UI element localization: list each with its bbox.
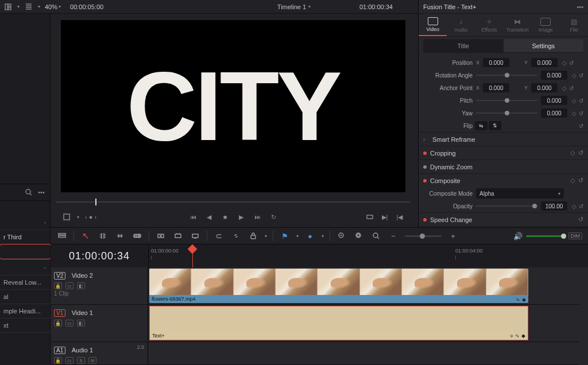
loop-button[interactable]: ↻ (269, 212, 278, 222)
crop-icon[interactable] (62, 212, 71, 222)
chevron-down-icon[interactable]: ▾ (296, 234, 299, 239)
flip-h-button[interactable]: ⇋ (475, 121, 488, 130)
disable-track-icon[interactable]: ◧ (77, 320, 85, 327)
section-speed-change[interactable]: Speed Change↺ (419, 212, 588, 226)
zoom-selection-icon[interactable] (336, 231, 347, 241)
marker-nav[interactable]: ‹ ● › (85, 213, 96, 220)
dynamic-trim-icon[interactable] (114, 231, 126, 241)
reset-icon[interactable]: ↺ (569, 60, 574, 66)
more-icon[interactable]: ••• (37, 188, 46, 197)
pitch-slider[interactable] (476, 100, 537, 101)
pitch-input[interactable]: 0.000 (541, 96, 567, 105)
keyframe-diamond-icon[interactable]: ◇ (562, 60, 567, 66)
match-frame-icon[interactable] (365, 212, 374, 222)
keyframe-diamond-icon[interactable]: ◆ (522, 297, 526, 302)
opacity-input[interactable]: 100.00 (541, 201, 567, 211)
zoom-level[interactable]: 40%▾ (45, 3, 61, 10)
yaw-slider[interactable] (476, 112, 537, 114)
yaw-input[interactable]: 0.000 (541, 108, 567, 118)
lock-track-icon[interactable]: 🔒 (54, 357, 62, 364)
keyframe-diamond-icon[interactable]: ◇ (562, 85, 567, 91)
title-item[interactable]: Reveal Low... (0, 275, 51, 290)
track-header-a1[interactable]: A1 Audio 1 2.0 🔒▭SM (51, 342, 148, 365)
reset-icon[interactable]: ↺ (579, 123, 583, 129)
track-tag[interactable]: V2 (54, 272, 65, 279)
anchor-y-input[interactable]: 0.000 (531, 83, 558, 92)
tab-file[interactable]: ▤File (560, 14, 588, 36)
search-icon[interactable] (24, 188, 33, 197)
title-clip-selected[interactable]: Text+ ⟡∿◆ (149, 306, 528, 340)
keyframe-diamond-icon[interactable]: ◇ (572, 203, 577, 209)
track-tag[interactable]: A1 (54, 347, 65, 354)
reset-icon[interactable]: ↺ (579, 98, 583, 104)
marker-icon[interactable]: ● (304, 231, 316, 241)
keyframe-diamond-icon[interactable]: ◇ (570, 149, 575, 157)
track-lane-v2[interactable]: flowers-68367.mp4 ∿◆ (148, 267, 579, 305)
keyframe-diamond-icon[interactable]: ◆ (521, 333, 525, 339)
selection-tool-icon[interactable]: ↖ (80, 231, 91, 241)
trim-tool-icon[interactable] (97, 231, 109, 241)
insert-icon[interactable] (155, 231, 167, 241)
overwrite-icon[interactable] (172, 231, 184, 241)
keyframe-diamond-icon[interactable]: ◇ (572, 110, 577, 117)
view-mode-2-icon[interactable] (24, 2, 33, 11)
tab-image[interactable]: Image (532, 14, 560, 36)
section-composite[interactable]: Composite◇↺ (419, 173, 588, 187)
prev-clip-icon[interactable]: |◀ (395, 212, 404, 222)
volume-control[interactable]: 🔊 DIM (512, 231, 583, 241)
category-header[interactable]: ⌃ (0, 218, 51, 230)
retime-curve-icon[interactable]: ∿ (515, 333, 520, 339)
track-tag[interactable]: V1 (54, 309, 65, 317)
snap-icon[interactable]: ⊂ (213, 231, 225, 241)
opacity-slider[interactable] (476, 205, 537, 207)
reset-icon[interactable]: ↺ (569, 85, 574, 91)
timeline-name[interactable]: Timeline 1▾ (277, 3, 311, 10)
tab-transition[interactable]: ⧓Transition (504, 14, 532, 36)
rotation-input[interactable]: 0.000 (541, 71, 567, 80)
zoom-out-button[interactable]: − (388, 231, 399, 241)
tab-audio[interactable]: ♪Audio (447, 14, 475, 36)
lock-track-icon[interactable]: 🔒 (54, 282, 62, 289)
reset-icon[interactable]: ↺ (579, 72, 583, 79)
viewer-out-timecode[interactable]: 01:00:00:34 (359, 3, 393, 10)
section-cropping[interactable]: Cropping◇↺ (419, 146, 588, 160)
anchor-x-input[interactable]: 0.000 (483, 83, 509, 92)
track-header-v2[interactable]: V2 Video 2 🔒▭◧ 1 Clip (51, 267, 148, 305)
timeline-timecode[interactable]: 01:00:00:34 (51, 244, 148, 267)
stop-button[interactable]: ■ (220, 212, 230, 222)
title-item[interactable]: xt (0, 319, 51, 333)
auto-select-icon[interactable]: ▭ (65, 282, 74, 289)
flip-v-button[interactable]: ⇅ (489, 121, 501, 130)
keyframe-diamond-icon[interactable]: ◇ (572, 72, 577, 79)
subtab-title[interactable]: Title (423, 39, 504, 52)
viewer[interactable]: CITY (56, 17, 410, 195)
zoom-fit-icon[interactable] (370, 231, 382, 241)
track-lane-v1[interactable]: Text+ ⟡∿◆ (148, 305, 579, 342)
title-item[interactable]: mple Headi... (0, 304, 51, 319)
play-reverse-button[interactable]: ◀ (204, 212, 214, 222)
zoom-selection-icon[interactable] (353, 231, 365, 241)
next-clip-icon[interactable]: ▶| (380, 212, 389, 222)
tab-video[interactable]: Video (419, 14, 447, 36)
auto-select-icon[interactable]: ▭ (65, 320, 74, 327)
disable-track-icon[interactable]: ◧ (77, 282, 85, 289)
chevron-down-icon[interactable]: ▾ (17, 4, 20, 9)
chevron-down-icon[interactable]: ▾ (38, 4, 40, 9)
zoom-in-button[interactable]: + (447, 231, 459, 241)
fusion-icon[interactable]: ⟡ (510, 333, 513, 339)
subtab-settings[interactable]: Settings (504, 39, 584, 52)
tab-effects[interactable]: ✧Effects (475, 14, 503, 36)
keyframe-diamond-icon[interactable]: ◇ (570, 177, 575, 184)
keyframe-diamond-icon[interactable]: ◇ (572, 98, 577, 104)
video-clip[interactable]: flowers-68367.mp4 ∿◆ (149, 269, 528, 303)
rotation-slider[interactable] (476, 75, 537, 76)
lock-icon[interactable] (247, 231, 259, 241)
flag-icon[interactable]: ⚑ (279, 231, 291, 241)
reset-icon[interactable]: ↺ (579, 203, 583, 209)
category-header[interactable]: ⌃ (0, 263, 51, 275)
speaker-icon[interactable]: 🔊 (512, 231, 524, 241)
title-item[interactable]: r Third (0, 230, 51, 244)
mute-icon[interactable]: M (88, 357, 96, 364)
more-icon[interactable]: ••• (577, 3, 583, 10)
lock-track-icon[interactable]: 🔒 (54, 320, 62, 327)
